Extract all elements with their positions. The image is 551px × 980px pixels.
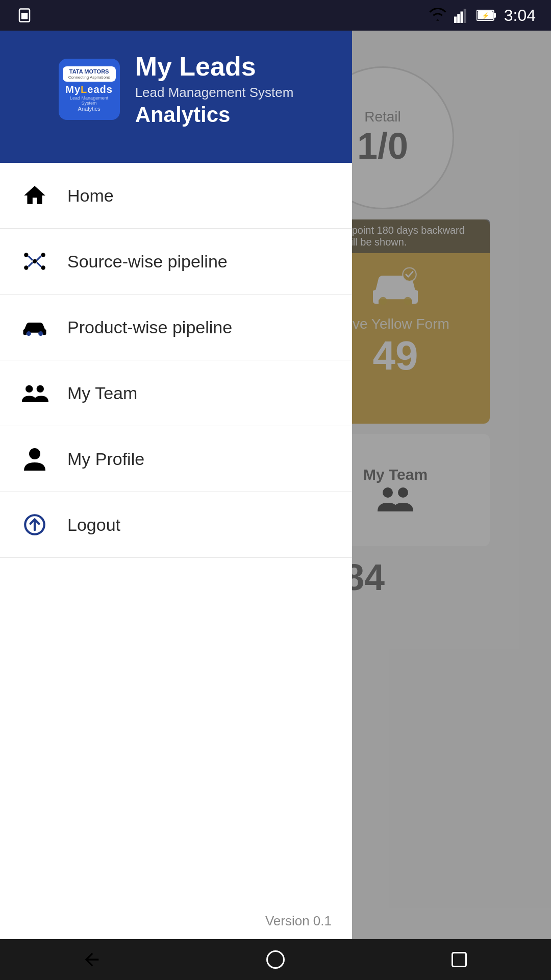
logout-icon [20, 510, 49, 539]
menu-item-product-wise[interactable]: Product-wise pipeline [0, 295, 352, 360]
clock: 3:04 [504, 6, 536, 25]
svg-rect-5 [463, 9, 466, 23]
svg-text:⚡: ⚡ [482, 12, 489, 19]
svg-rect-3 [457, 14, 460, 23]
drawer-overlay: TATA MOTORS Connecting Aspirations MyLea… [0, 31, 551, 939]
battery-icon: ⚡ [477, 9, 497, 21]
nav-back-button[interactable] [77, 944, 107, 975]
svg-point-26 [26, 385, 33, 393]
sim-icon [15, 6, 34, 24]
svg-rect-4 [460, 12, 463, 23]
logo-connecting: Connecting Aspirations [66, 75, 113, 80]
svg-rect-1 [21, 13, 28, 19]
profile-menu-icon [20, 445, 49, 473]
home-icon [20, 181, 49, 210]
drawer-panel: TATA MOTORS Connecting Aspirations MyLea… [0, 31, 352, 939]
header-app-name: My Leads [135, 51, 294, 82]
app-logo: TATA MOTORS Connecting Aspirations MyLea… [59, 59, 120, 120]
network-icon [20, 247, 49, 276]
logo-tata-text: TATA MOTORS [66, 68, 113, 75]
svg-point-27 [37, 385, 44, 393]
wifi-icon [429, 8, 447, 22]
drawer-header: TATA MOTORS Connecting Aspirations MyLea… [0, 31, 352, 163]
home-label: Home [67, 186, 114, 206]
my-team-label: My Team [67, 383, 137, 403]
team-menu-icon [20, 379, 49, 407]
svg-rect-31 [453, 953, 466, 967]
svg-point-17 [41, 253, 45, 257]
svg-line-22 [29, 262, 33, 266]
logo-analytics-small: Analytics [78, 106, 101, 112]
svg-point-19 [41, 265, 45, 270]
car-menu-icon [20, 313, 49, 341]
source-wise-label: Source-wise pipeline [67, 252, 228, 272]
product-wise-label: Product-wise pipeline [67, 317, 232, 337]
svg-rect-7 [494, 13, 496, 18]
svg-line-20 [29, 256, 33, 260]
svg-point-16 [24, 253, 28, 257]
menu-item-home[interactable]: Home [0, 163, 352, 229]
svg-line-23 [37, 262, 41, 266]
signal-icon [454, 8, 469, 23]
svg-line-21 [37, 256, 41, 260]
svg-point-30 [267, 951, 284, 968]
nav-recents-button[interactable] [444, 944, 474, 975]
menu-list: Home Source-w [0, 163, 352, 903]
menu-item-logout[interactable]: Logout [0, 492, 352, 558]
logout-label: Logout [67, 515, 120, 535]
menu-item-my-profile[interactable]: My Profile [0, 426, 352, 492]
bottom-navigation [0, 939, 551, 980]
svg-point-24 [27, 331, 31, 336]
status-bar: ⚡ 3:04 [0, 0, 551, 31]
menu-item-my-team[interactable]: My Team [0, 360, 352, 426]
svg-point-18 [24, 265, 28, 270]
svg-point-15 [33, 259, 37, 263]
right-dim-overlay[interactable] [352, 31, 551, 939]
svg-point-25 [38, 331, 43, 336]
my-profile-label: My Profile [67, 449, 144, 469]
status-right: ⚡ 3:04 [429, 6, 536, 25]
header-subtitle: Lead Management System [135, 85, 294, 101]
svg-point-28 [29, 448, 40, 459]
svg-rect-2 [454, 17, 457, 23]
logo-lms-small: Lead Management System [63, 95, 116, 106]
version-text: Version 0.1 [0, 903, 352, 939]
menu-item-source-wise[interactable]: Source-wise pipeline [0, 229, 352, 295]
logo-myleads: MyLeads [65, 84, 113, 95]
header-analytics: Analytics [135, 103, 294, 127]
nav-home-button[interactable] [260, 944, 291, 975]
